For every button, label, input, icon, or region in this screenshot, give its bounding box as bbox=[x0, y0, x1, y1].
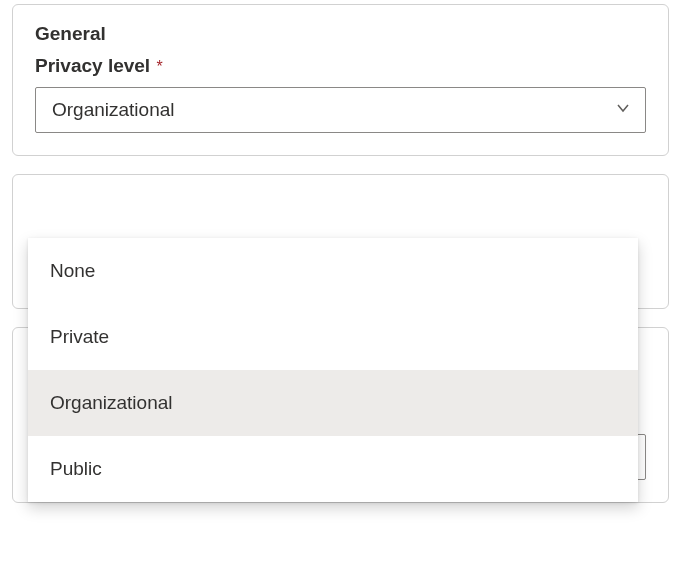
required-asterisk: * bbox=[157, 58, 163, 75]
privacy-level-listbox[interactable]: None Private Organizational Public bbox=[28, 238, 638, 502]
privacy-level-option-public[interactable]: Public bbox=[28, 436, 638, 502]
privacy-level-select[interactable]: Organizational bbox=[35, 87, 646, 133]
privacy-level-label: Privacy level bbox=[35, 55, 150, 77]
chevron-down-icon bbox=[615, 99, 631, 121]
privacy-level-option-organizational[interactable]: Organizational bbox=[28, 370, 638, 436]
privacy-level-select-value: Organizational bbox=[52, 99, 175, 121]
card-title: General bbox=[35, 23, 646, 45]
privacy-level-label-row: Privacy level * bbox=[35, 55, 646, 87]
general-card: General Privacy level * Organizational bbox=[12, 4, 669, 156]
privacy-level-option-none[interactable]: None bbox=[28, 238, 638, 304]
privacy-level-option-private[interactable]: Private bbox=[28, 304, 638, 370]
